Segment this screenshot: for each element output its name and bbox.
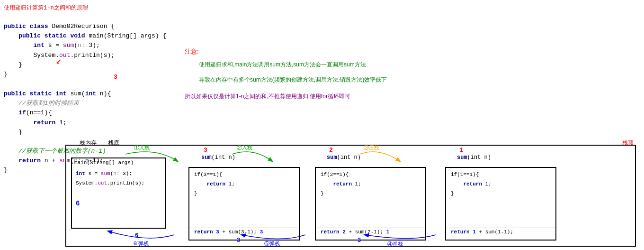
main-frame: main(String[] args) int s = sum(n: 3); S…: [71, 157, 166, 229]
note-text3: 所以如果仅仅是计算1-n之间的和,不推荐使用递归,使用for循环即可: [185, 92, 459, 102]
main-frame-num: 6: [76, 198, 161, 210]
sum3-header: sum(int n): [201, 154, 235, 161]
note-text2: 导致在内存中有多个sum方法(频繁的创建方法,调用方法,销毁方法)效率低下: [199, 75, 459, 85]
sum1-return: return 1 + sum(1-1);: [446, 228, 555, 236]
sum3-frame-code: if(3==1){ return 1; }: [189, 168, 299, 201]
sum1-frame-code: if(1==1){ return 1; }: [446, 168, 555, 201]
sum2-frame: if(2==1){ return 1; } return 2 + sum(2-1…: [315, 167, 426, 241]
note-text1: 使用递归求和,main方法调用sum方法,sum方法会一直调用sum方法: [199, 60, 459, 70]
sum2-frame-code: if(2==1){ return 1; }: [316, 168, 425, 201]
note-area: 注意: 使用递归求和,main方法调用sum方法,sum方法会一直调用sum方法…: [185, 47, 459, 102]
main-frame-header: main(String[] args): [72, 158, 165, 167]
sum3-frame: if(3==1){ return 1; } return 3 + sum(3-1…: [188, 167, 300, 241]
sum1-header: sum(int n): [457, 154, 491, 161]
sum2-header: sum(int n): [327, 154, 361, 161]
note-title: 注意:: [185, 47, 459, 56]
red-arrow-1: ↙: [56, 55, 62, 66]
code-area: public class Demo02Recurison { public st…: [4, 12, 165, 79]
sum3-num: 3: [204, 147, 207, 154]
main-container: 使用递归计算第1-n之间和的原理 public class Demo02Recu…: [0, 0, 644, 250]
sum1-frame: if(1==1){ return 1; } return 1 + sum(1-1…: [445, 167, 556, 241]
main-frame-code: int s = sum(n: 3); System.out.println(s)…: [72, 167, 165, 212]
sum3-return: return 3 + sum(3-1); 3: [189, 228, 299, 236]
sum1-num: 1: [459, 147, 463, 154]
sum2-return: return 2 + sum(2-1); 1: [316, 228, 425, 236]
page-title: 使用递归计算第1-n之间和的原理: [4, 4, 88, 12]
code-block-top: public class Demo02Recurison { public st…: [4, 12, 165, 79]
stack-outer-border: main(String[] args) int s = sum(n: 3); S…: [65, 145, 636, 247]
num-3-label: 3: [114, 74, 117, 81]
sum2-num: 2: [329, 147, 333, 154]
